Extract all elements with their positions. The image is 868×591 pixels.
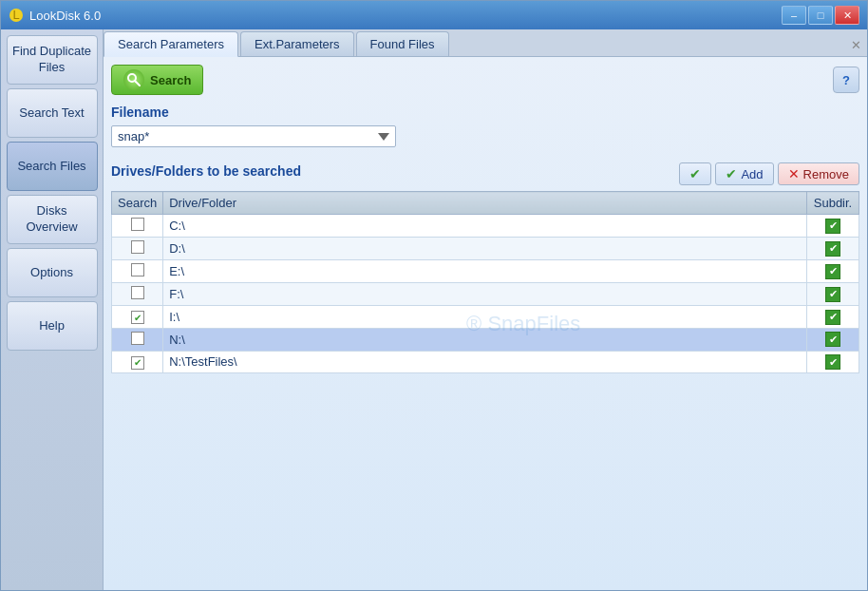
col-subdir: Subdir.: [807, 192, 859, 215]
sidebar-item-help[interactable]: Help: [7, 301, 98, 351]
panel-close-icon[interactable]: ✕: [845, 34, 867, 56]
table-row: N:\ ✔: [112, 328, 859, 351]
sidebar-item-search-files[interactable]: Search Files: [7, 142, 98, 191]
search-cell: ✔: [112, 351, 163, 373]
search-cell: ✔: [112, 306, 163, 329]
search-button-label: Search: [150, 73, 191, 87]
title-controls: – □ ✕: [782, 6, 859, 25]
subdir-cell: ✔: [807, 328, 859, 351]
subdir-check-e[interactable]: ✔: [825, 264, 840, 279]
close-button[interactable]: ✕: [835, 6, 859, 25]
table-row: C:\ ✔: [112, 215, 859, 238]
filename-row: snap* *.* *.txt *.exe: [111, 125, 859, 147]
sidebar-help-label: Help: [39, 318, 65, 334]
svg-text:L: L: [12, 8, 19, 22]
search-cell: [112, 328, 163, 351]
sidebar: Find Duplicate Files Search Text Search …: [1, 29, 104, 590]
checkbox-d[interactable]: [131, 240, 144, 254]
sidebar-item-disks-overview[interactable]: Disks Overview: [7, 195, 98, 244]
sidebar-search-text-label: Search Text: [19, 105, 84, 122]
drives-header: Drives/Folders to be searched ✔ ✔ Add ✕ …: [111, 162, 859, 185]
col-search: Search: [112, 192, 163, 215]
drives-section-label: Drives/Folders to be searched: [111, 163, 301, 179]
help-button[interactable]: ?: [833, 67, 859, 93]
remove-x-icon: ✕: [788, 166, 800, 181]
sidebar-item-find-duplicate[interactable]: Find Duplicate Files: [7, 35, 98, 85]
help-icon: ?: [842, 73, 850, 87]
title-bar: L LookDisk 6.0 – □ ✕: [1, 1, 867, 29]
sidebar-options-label: Options: [30, 265, 73, 281]
subdir-check-f[interactable]: ✔: [825, 287, 840, 302]
check-icon: ✔: [689, 166, 701, 181]
minimize-button[interactable]: –: [782, 6, 806, 25]
path-cell: N:\TestFiles\: [163, 351, 807, 373]
remove-button[interactable]: ✕ Remove: [778, 162, 859, 185]
subdir-check-n[interactable]: ✔: [825, 332, 840, 347]
subdir-cell: ✔: [807, 238, 859, 260]
checkall-button[interactable]: ✔: [679, 162, 711, 185]
search-cell: [112, 283, 163, 306]
svg-line-3: [136, 82, 141, 86]
table-row: E:\ ✔: [112, 260, 859, 283]
filename-select[interactable]: snap* *.* *.txt *.exe: [111, 125, 396, 147]
path-cell: I:\: [163, 306, 807, 329]
subdir-cell: ✔: [807, 283, 859, 306]
sidebar-item-options[interactable]: Options: [7, 248, 98, 297]
subdir-cell: ✔: [807, 306, 859, 329]
table-row: F:\ ✔: [112, 283, 859, 306]
path-cell: F:\: [163, 283, 807, 306]
table-row: ✔ N:\TestFiles\ ✔: [112, 351, 859, 373]
add-button[interactable]: ✔ Add: [715, 162, 773, 185]
path-cell: E:\: [163, 260, 807, 283]
search-icon: [123, 69, 144, 90]
search-cell: [112, 215, 163, 238]
sidebar-disks-overview-label: Disks Overview: [11, 203, 93, 236]
main-content: Find Duplicate Files Search Text Search …: [1, 29, 867, 590]
add-check-icon: ✔: [726, 166, 737, 181]
drives-actions: ✔ ✔ Add ✕ Remove: [679, 162, 859, 185]
path-cell: N:\: [163, 328, 807, 351]
checkbox-e[interactable]: [131, 263, 144, 276]
tab-bar: Search Parameters Ext.Parameters Found F…: [104, 29, 867, 57]
window-title: LookDisk 6.0: [29, 9, 101, 23]
search-button[interactable]: Search: [111, 65, 203, 95]
checkbox-c[interactable]: [131, 218, 144, 231]
subdir-cell: ✔: [807, 260, 859, 283]
search-cell: [112, 238, 163, 260]
subdir-cell: ✔: [807, 215, 859, 238]
table-row: D:\ ✔: [112, 238, 859, 260]
sidebar-search-files-label: Search Files: [17, 159, 85, 175]
toolbar: Search ?: [111, 65, 859, 95]
table-row: ✔ I:\ ✔: [112, 306, 859, 329]
path-cell: D:\: [163, 238, 807, 260]
content-area: Search Parameters Ext.Parameters Found F…: [104, 29, 867, 590]
checkbox-n[interactable]: [131, 332, 144, 345]
add-button-label: Add: [741, 167, 763, 181]
path-cell: C:\: [163, 215, 807, 238]
sidebar-item-search-text[interactable]: Search Text: [7, 88, 98, 138]
tab-search-parameters[interactable]: Search Parameters: [104, 31, 238, 57]
tab-ext-parameters[interactable]: Ext.Parameters: [240, 31, 354, 56]
remove-button-label: Remove: [803, 167, 849, 181]
search-parameters-panel: ® SnapFiles Search ?: [104, 57, 867, 590]
subdir-check-n-test[interactable]: ✔: [825, 354, 840, 370]
subdir-cell: ✔: [807, 351, 859, 373]
drives-table: Search Drive/Folder Subdir. C:\: [111, 191, 859, 373]
checkbox-f[interactable]: [131, 286, 144, 299]
maximize-button[interactable]: □: [808, 6, 833, 25]
main-window: L LookDisk 6.0 – □ ✕ Find Duplicate File…: [0, 0, 868, 591]
sidebar-find-duplicate-label: Find Duplicate Files: [11, 44, 93, 76]
checkbox-n-test[interactable]: ✔: [131, 356, 144, 370]
col-drive-folder: Drive/Folder: [163, 192, 807, 215]
tab-found-files[interactable]: Found Files: [356, 31, 449, 56]
subdir-check-i[interactable]: ✔: [825, 310, 840, 325]
app-icon: L: [9, 8, 24, 23]
subdir-check-c[interactable]: ✔: [825, 219, 840, 234]
title-bar-left: L LookDisk 6.0: [9, 8, 101, 23]
filename-section-label: Filename: [111, 105, 859, 120]
checkbox-i[interactable]: ✔: [131, 311, 144, 324]
subdir-check-d[interactable]: ✔: [825, 241, 840, 257]
search-cell: [112, 260, 163, 283]
